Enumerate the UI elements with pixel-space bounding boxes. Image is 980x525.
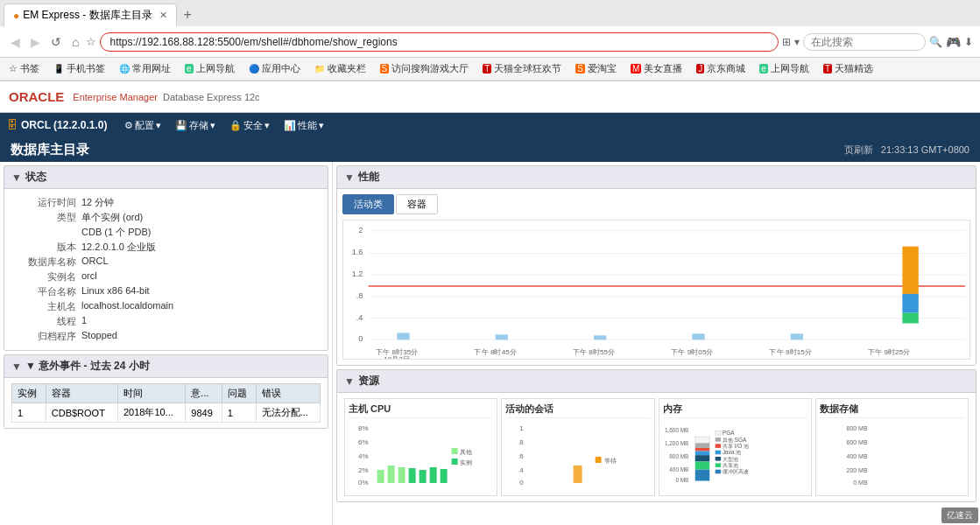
incidents-incident: 9849 bbox=[186, 403, 222, 423]
svg-rect-33 bbox=[377, 470, 384, 483]
svg-text:6%: 6% bbox=[358, 438, 369, 446]
bookmark-sogou[interactable]: S 访问搜狗游戏大厅 bbox=[377, 61, 473, 76]
new-tab-button[interactable]: + bbox=[177, 4, 199, 26]
star-bookmark-icon: ☆ bbox=[9, 63, 18, 74]
status-chevron: ▼ bbox=[11, 172, 22, 184]
svg-rect-72 bbox=[715, 457, 720, 461]
svg-text:0: 0 bbox=[519, 479, 524, 486]
svg-rect-20 bbox=[902, 247, 918, 294]
svg-rect-74 bbox=[715, 463, 720, 467]
tab-close-button[interactable]: ✕ bbox=[159, 10, 167, 21]
svg-text:PGA: PGA bbox=[722, 430, 734, 436]
storage-card-title: 数据存储 bbox=[820, 402, 964, 418]
db-name: ORCL (12.2.0.1.0) bbox=[21, 119, 107, 131]
perf-chevron: ▼ bbox=[344, 172, 355, 184]
svg-text:下午 8时55分: 下午 8时55分 bbox=[573, 348, 615, 356]
bookmark-tmall2[interactable]: T 天猫精选 bbox=[820, 61, 877, 76]
svg-rect-68 bbox=[715, 444, 720, 448]
svg-rect-60 bbox=[694, 452, 709, 456]
bookmark-folder[interactable]: 📁 收藏夹栏 bbox=[311, 61, 370, 76]
home-button[interactable]: ⌂ bbox=[68, 33, 82, 51]
svg-rect-40 bbox=[452, 448, 458, 454]
svg-text:共享 I/O 池: 共享 I/O 池 bbox=[722, 443, 748, 449]
performance-icon: 📊 bbox=[284, 120, 296, 131]
performance-section-header[interactable]: ▼ 性能 bbox=[337, 166, 976, 189]
svg-text:共享池: 共享池 bbox=[722, 462, 737, 468]
svg-text:缓冲区高速: 缓冲区高速 bbox=[722, 468, 748, 474]
url-input[interactable] bbox=[100, 32, 779, 52]
watermark: 亿速云 bbox=[941, 508, 978, 523]
incidents-instance: 1 bbox=[12, 403, 46, 423]
incidents-section-header[interactable]: ▼ ▼ 意外事件 - 过去 24 小时 bbox=[4, 355, 328, 378]
svg-text:1,200 MB: 1,200 MB bbox=[664, 440, 687, 446]
live-icon: M bbox=[631, 64, 641, 74]
status-row-archiver: 归档程序 Stopped bbox=[11, 330, 321, 343]
back-button[interactable]: ◀ bbox=[7, 33, 24, 51]
bookmark-mobile[interactable]: 📱 手机书签 bbox=[50, 61, 109, 76]
status-body: 运行时间 12 分钟 类型 单个实例 (ord) CDB (1 个 PDB) 版… bbox=[4, 189, 328, 350]
bookmark-common[interactable]: 🌐 常用网址 bbox=[116, 61, 174, 76]
svg-rect-24 bbox=[496, 334, 508, 340]
svg-text:.4: .4 bbox=[518, 466, 524, 474]
search-input[interactable] bbox=[803, 33, 926, 51]
tab-title: EM Express - 数据库主目录 bbox=[23, 8, 152, 23]
svg-rect-37 bbox=[419, 470, 427, 483]
bookmark-apps[interactable]: 🔵 应用中心 bbox=[245, 61, 304, 76]
status-row-uptime: 运行时间 12 分钟 bbox=[11, 196, 321, 209]
left-panel: ▼ 状态 运行时间 12 分钟 类型 单个实例 (ord) CDB (1 个 P… bbox=[0, 162, 333, 525]
bookmark-nav2[interactable]: e 上网导航 bbox=[756, 61, 813, 76]
tmall-icon: T bbox=[483, 64, 491, 74]
status-section-header[interactable]: ▼ 状态 bbox=[4, 166, 328, 189]
nav-storage[interactable]: 💾 存储 ▾ bbox=[168, 113, 222, 137]
bookmark-taobao[interactable]: S 爱淘宝 bbox=[572, 61, 620, 76]
status-row-thread: 线程 1 bbox=[11, 315, 321, 328]
svg-text:.8: .8 bbox=[356, 291, 363, 300]
tab-container[interactable]: 容器 bbox=[396, 194, 438, 214]
svg-rect-39 bbox=[441, 469, 448, 483]
svg-rect-66 bbox=[715, 438, 720, 442]
nav-performance[interactable]: 📊 性能 ▾ bbox=[277, 113, 331, 137]
svg-rect-62 bbox=[694, 462, 709, 470]
status-table: 运行时间 12 分钟 类型 单个实例 (ord) CDB (1 个 PDB) 版… bbox=[11, 196, 321, 343]
tab-activity[interactable]: 活动类 bbox=[342, 194, 394, 214]
incidents-col-problem: 问题 bbox=[222, 384, 256, 403]
svg-rect-64 bbox=[715, 431, 720, 436]
em-label: Enterprise Manager bbox=[73, 92, 158, 102]
page-refresh: 页刷新 21:33:13 GMT+0800 bbox=[844, 144, 969, 157]
forward-button[interactable]: ▶ bbox=[27, 33, 44, 51]
security-icon: 🔒 bbox=[229, 120, 242, 131]
table-row[interactable]: 1 CDB$ROOT 2018年10... 9849 1 无法分配... bbox=[12, 403, 321, 423]
right-panel: ▼ 性能 活动类 容器 2 1.6 1.2 .8 .4 bbox=[333, 162, 980, 525]
incidents-body: 实例 容器 时间 意... 问题 错误 1 CDB$ROOT 2018年10.. bbox=[4, 378, 328, 428]
jd-icon: J bbox=[696, 64, 704, 74]
svg-rect-21 bbox=[902, 294, 918, 313]
bookmark-jd[interactable]: J 京东商城 bbox=[693, 61, 749, 76]
svg-text:8%: 8% bbox=[358, 424, 369, 432]
bookmark-live[interactable]: M 美女直播 bbox=[627, 61, 686, 76]
svg-text:其他: 其他 bbox=[460, 449, 472, 456]
svg-rect-70 bbox=[715, 451, 720, 455]
resources-section-header[interactable]: ▼ 资源 bbox=[337, 370, 976, 393]
svg-rect-23 bbox=[397, 332, 409, 340]
svg-text:.6: .6 bbox=[518, 452, 524, 460]
incidents-col-incident: 意... bbox=[186, 384, 222, 403]
svg-rect-76 bbox=[715, 470, 720, 474]
incidents-chevron: ▼ bbox=[11, 360, 22, 373]
incidents-col-time: 时间 bbox=[117, 384, 185, 403]
menu-icon: ▾ bbox=[794, 36, 800, 48]
browser-tab[interactable]: ● EM Express - 数据库主目录 ✕ bbox=[4, 4, 177, 26]
bookmark-nav1[interactable]: e 上网导航 bbox=[181, 61, 238, 76]
svg-text:600 MB: 600 MB bbox=[846, 439, 867, 445]
bookmark-tmall[interactable]: T 天猫全球狂欢节 bbox=[479, 61, 565, 76]
reload-button[interactable]: ↺ bbox=[47, 33, 65, 51]
nav-config[interactable]: ⚙ 配置 ▾ bbox=[117, 113, 168, 137]
cpu-chart: 8% 6% 4% 2% 0% bbox=[349, 422, 493, 492]
nav-security[interactable]: 🔒 安全 ▾ bbox=[222, 113, 277, 137]
incidents-title: ▼ 意外事件 - 过去 24 小时 bbox=[25, 359, 150, 374]
svg-text:下午 9时05分: 下午 9时05分 bbox=[671, 348, 713, 356]
svg-text:4%: 4% bbox=[358, 452, 369, 460]
bookmark-star[interactable]: ☆ 书签 bbox=[5, 61, 43, 76]
status-section: ▼ 状态 运行时间 12 分钟 类型 单个实例 (ord) CDB (1 个 P… bbox=[4, 165, 328, 351]
web-icon: 🌐 bbox=[119, 64, 130, 74]
config-dropdown-icon: ▾ bbox=[156, 120, 161, 131]
